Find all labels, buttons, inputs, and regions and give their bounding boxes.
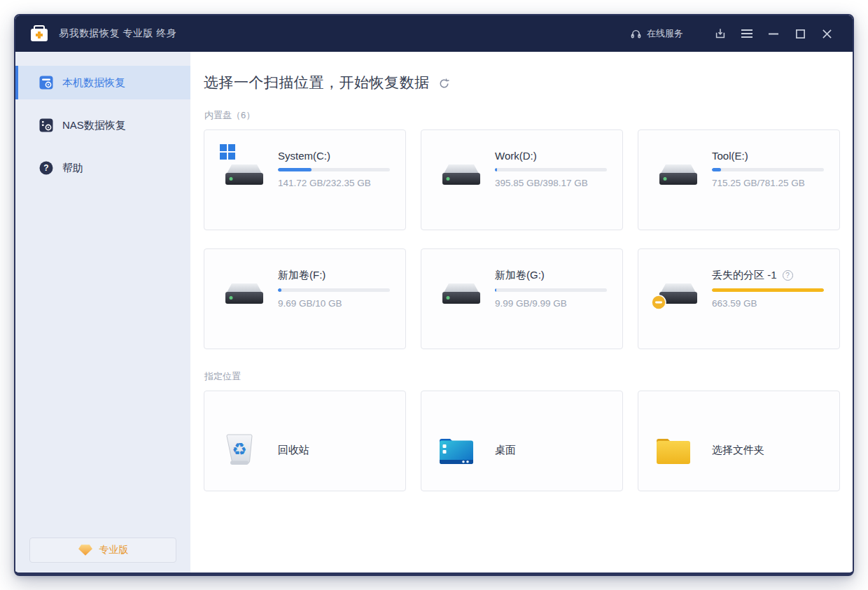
maximize-icon [795, 29, 806, 39]
sidebar-item-local-recovery[interactable]: 本机数据恢复 [15, 66, 190, 99]
svg-text:♻: ♻ [232, 440, 247, 459]
main-panel: 选择一个扫描位置，开始恢复数据 内置盘（6） [190, 52, 853, 573]
close-icon [822, 29, 832, 39]
capacity-bar [712, 168, 824, 171]
drive-size: 395.85 GB/398.17 GB [495, 178, 607, 188]
app-logo-icon [29, 24, 49, 43]
location-card-desktop[interactable]: 桌面 [421, 391, 623, 491]
location-label: 桌面 [495, 444, 516, 457]
titlebar: 易我数据恢复 专业版 终身 在线服务 [15, 15, 853, 52]
capacity-bar [712, 288, 824, 292]
minimize-button[interactable] [760, 23, 787, 44]
capacity-bar [495, 288, 607, 292]
drive-name: 新加卷(G:) [495, 269, 545, 282]
edition-badge-button[interactable]: 专业版 [29, 538, 176, 563]
location-card-choose-folder[interactable]: 选择文件夹 [638, 391, 840, 491]
app-window: 易我数据恢复 专业版 终身 在线服务 [14, 14, 854, 576]
locations-grid: ♻ 回收站 [204, 391, 839, 491]
hard-drive-icon [438, 148, 484, 189]
app-title: 易我数据恢复 专业版 终身 [59, 27, 176, 40]
sidebar-item-nas-recovery[interactable]: NAS数据恢复 [15, 108, 190, 142]
close-button[interactable] [813, 23, 840, 44]
online-service-button[interactable]: 在线服务 [630, 27, 683, 40]
local-disk-recovery-icon [39, 76, 53, 90]
drive-card-e[interactable]: Tool(E:) 715.25 GB/781.25 GB [638, 129, 840, 230]
drive-card-c[interactable]: System(C:) 141.72 GB/232.35 GB [204, 129, 406, 230]
location-label: 选择文件夹 [712, 444, 764, 457]
drive-name: Work(D:) [495, 150, 537, 162]
choose-folder-icon [655, 432, 701, 468]
sidebar-item-label: 帮助 [62, 162, 83, 175]
recycle-bin-icon: ♻ [221, 432, 267, 468]
drive-size: 663.59 GB [712, 298, 824, 309]
hard-drive-icon [655, 148, 701, 189]
hard-drive-icon [655, 267, 701, 308]
nas-recovery-icon [39, 118, 53, 132]
capacity-bar [278, 288, 390, 292]
drive-name: 丢失的分区 -1 [712, 269, 777, 282]
online-service-label: 在线服务 [647, 27, 683, 40]
sidebar-item-label: NAS数据恢复 [62, 119, 126, 132]
minimize-icon [768, 28, 779, 39]
refresh-icon[interactable] [438, 78, 450, 90]
windows-logo-icon [220, 144, 235, 160]
gem-icon [78, 544, 93, 556]
lost-partition-help-icon[interactable]: ? [783, 270, 793, 281]
section-label-specified-location: 指定位置 [204, 370, 839, 383]
drive-name: System(C:) [278, 150, 330, 162]
capacity-bar [278, 168, 390, 171]
sidebar-item-label: 本机数据恢复 [62, 76, 125, 90]
location-label: 回收站 [278, 444, 309, 457]
drive-size: 141.72 GB/232.35 GB [278, 178, 390, 188]
download-center-button[interactable] [707, 23, 734, 44]
drive-size: 9.99 GB/9.99 GB [495, 298, 607, 309]
drive-name: 新加卷(F:) [278, 269, 326, 282]
drive-card-lost-partition[interactable]: 丢失的分区 -1 ? 663.59 GB [638, 248, 840, 349]
capacity-bar [495, 168, 607, 171]
lost-partition-badge-icon [651, 295, 666, 310]
drive-size: 9.69 GB/10 GB [278, 298, 390, 309]
menu-button[interactable] [734, 23, 760, 44]
maximize-button[interactable] [787, 23, 813, 44]
headset-icon [630, 28, 642, 40]
edition-label: 专业版 [99, 544, 129, 556]
sidebar: 本机数据恢复 NAS数据恢复 ? 帮助 [15, 52, 190, 573]
download-icon [714, 27, 727, 40]
section-label-internal-disks: 内置盘（6） [204, 109, 839, 122]
hard-drive-icon [221, 148, 267, 189]
hamburger-menu-icon [741, 29, 753, 38]
page-title: 选择一个扫描位置，开始恢复数据 [204, 73, 430, 92]
svg-text:?: ? [43, 163, 48, 173]
drive-card-d[interactable]: Work(D:) 395.85 GB/398.17 GB [421, 129, 623, 230]
hard-drive-icon [438, 267, 484, 308]
location-card-recycle-bin[interactable]: ♻ 回收站 [204, 391, 406, 491]
help-icon: ? [39, 161, 53, 175]
drive-size: 715.25 GB/781.25 GB [712, 178, 824, 188]
drive-card-f[interactable]: 新加卷(F:) 9.69 GB/10 GB [204, 248, 406, 349]
hard-drive-icon [221, 267, 267, 308]
drive-name: Tool(E:) [712, 150, 748, 162]
sidebar-item-help[interactable]: ? 帮助 [15, 151, 190, 185]
drives-grid: System(C:) 141.72 GB/232.35 GB [204, 129, 839, 349]
desktop-folder-icon [438, 432, 484, 468]
drive-card-g[interactable]: 新加卷(G:) 9.99 GB/9.99 GB [421, 248, 623, 349]
